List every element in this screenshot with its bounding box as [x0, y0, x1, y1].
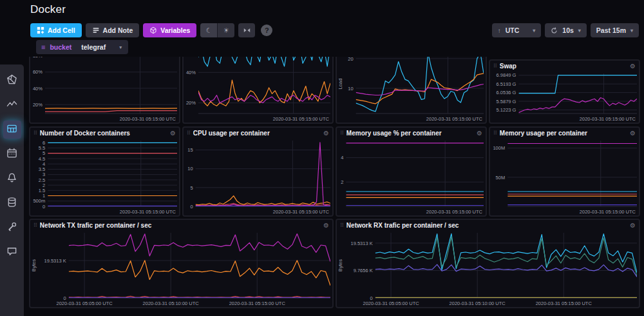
- panel-cut-percent-1: 20%40%60%80%2020-03-31 05:15:00 UTC: [29, 57, 180, 124]
- panel-header[interactable]: ⠿ Memory usage per container ⚙: [490, 128, 639, 138]
- gear-icon[interactable]: ⚙: [323, 130, 329, 137]
- drag-handle-icon: ≡: [41, 43, 45, 51]
- timezone-dropdown[interactable]: ↑ UTC ▾: [492, 23, 542, 37]
- svg-text:2020-03-31 05:15:00 UTC: 2020-03-31 05:15:00 UTC: [120, 116, 176, 122]
- svg-text:10: 10: [348, 86, 353, 92]
- chart-area[interactable]: 09.7656 K19.5313 KBytes2020-03-31 05:05:…: [337, 230, 639, 307]
- svg-text:0: 0: [43, 204, 45, 210]
- svg-text:Load: Load: [337, 79, 343, 90]
- svg-text:2: 2: [43, 183, 45, 188]
- add-cell-button[interactable]: Add Cell: [30, 23, 82, 37]
- svg-text:2020-03-31 05:05:00 UTC: 2020-03-31 05:05:00 UTC: [57, 301, 113, 306]
- panel-header[interactable]: ⠿ Memory usage % per container ⚙: [337, 128, 486, 138]
- help-label: ?: [265, 26, 269, 34]
- svg-text:5.1223 G: 5.1223 G: [497, 107, 516, 113]
- svg-text:60%: 60%: [33, 69, 43, 75]
- panel-header[interactable]: ⠿ Number of Docker containers ⚙: [30, 128, 179, 138]
- note-icon: [92, 26, 100, 34]
- panel-network-rx-traffic: ⠿ Network RX trafic per container / sec …: [336, 219, 640, 308]
- svg-text:100M: 100M: [493, 145, 505, 151]
- refresh-interval-dropdown[interactable]: 10s ▾: [545, 23, 587, 37]
- chart-area[interactable]: 5.1223 G5.5879 G6.0536 G6.5193 G6.9849 G…: [490, 71, 639, 123]
- panel-header[interactable]: ⠿ Network RX trafic per container / sec …: [337, 220, 639, 230]
- bell-icon: [6, 172, 17, 186]
- svg-text:2.5: 2.5: [39, 177, 45, 183]
- svg-text:19.5313 K: 19.5313 K: [350, 241, 372, 246]
- panel-cpu-usage-per-container: ⠿ CPU usage per container ⚙ 0510152020-0…: [182, 126, 334, 217]
- variables-button[interactable]: Variables: [143, 23, 196, 37]
- svg-text:5: 5: [43, 150, 45, 156]
- gear-icon[interactable]: ⚙: [477, 130, 482, 137]
- variable-dropdown-bucket[interactable]: ≡ bucket telegraf ▾: [36, 40, 128, 54]
- chevron-down-icon: ▾: [119, 44, 122, 50]
- dashboards-icon: [6, 123, 17, 137]
- drag-handle-icon[interactable]: ⠿: [33, 222, 37, 228]
- gear-icon[interactable]: ⚙: [170, 130, 176, 137]
- gear-icon[interactable]: ⚙: [630, 130, 636, 137]
- chevron-down-icon: ▾: [630, 28, 633, 34]
- svg-text:15: 15: [187, 147, 193, 153]
- chart-area[interactable]: 0500m11.522.533.544.555.562020-03-31 05:…: [30, 138, 179, 215]
- svg-text:1: 1: [43, 193, 45, 199]
- chart-area[interactable]: 20%40%60%80%2020-03-31 05:15:00 UTC: [30, 57, 179, 123]
- panel-title: Network TX trafic per container / sec: [40, 222, 321, 229]
- gear-icon[interactable]: ⚙: [630, 63, 636, 70]
- svg-text:19.5313 K: 19.5313 K: [44, 258, 66, 264]
- gear-icon[interactable]: ⚙: [630, 222, 636, 229]
- svg-text:0: 0: [190, 204, 193, 210]
- drag-handle-icon[interactable]: ⠿: [340, 130, 344, 136]
- svg-text:20: 20: [348, 57, 353, 62]
- svg-text:2020-03-31 05:15:00 UTC: 2020-03-31 05:15:00 UTC: [426, 116, 483, 122]
- svg-text:50M: 50M: [496, 175, 506, 181]
- svg-text:2020-03-31 05:15:00 UTC: 2020-03-31 05:15:00 UTC: [580, 209, 636, 215]
- panel-title: Memory usage per container: [500, 130, 627, 137]
- svg-text:5.5: 5.5: [39, 145, 45, 151]
- add-note-button[interactable]: Add Note: [86, 23, 140, 37]
- drag-handle-icon[interactable]: ⠿: [340, 222, 344, 228]
- svg-text:40%: 40%: [33, 86, 43, 92]
- wrench-icon: [6, 221, 17, 235]
- light-theme-button[interactable]: ☀: [218, 23, 234, 37]
- panel-title: CPU usage per container: [193, 130, 321, 137]
- page-title: Docker: [30, 3, 66, 16]
- svg-text:5.5879 G: 5.5879 G: [497, 99, 516, 104]
- svg-text:2020-03-31 05:15:00 UTC: 2020-03-31 05:15:00 UTC: [536, 301, 592, 306]
- sidebar-item-dashboards[interactable]: [3, 121, 21, 139]
- sidebar-item-load-data[interactable]: [3, 194, 21, 212]
- panel-header[interactable]: ⠿ CPU usage per container ⚙: [184, 128, 332, 138]
- chart-area[interactable]: 50M100M2020-03-31 05:15:00 UTC: [490, 138, 639, 215]
- presentation-icon: [243, 26, 251, 34]
- chart-area[interactable]: 019.5313 KBytes2020-03-31 05:05:00 UTC20…: [30, 230, 332, 307]
- drag-handle-icon[interactable]: ⠿: [493, 130, 497, 136]
- svg-text:2020-03-31 05:15:00 UTC: 2020-03-31 05:15:00 UTC: [229, 301, 286, 306]
- sidebar-item-feedback[interactable]: [3, 243, 21, 261]
- svg-text:3.5: 3.5: [39, 166, 45, 172]
- sidebar-item-settings[interactable]: [3, 219, 21, 237]
- presentation-mode-button[interactable]: [238, 23, 255, 37]
- panel-number-of-docker-containers: ⠿ Number of Docker containers ⚙ 0500m11.…: [29, 126, 180, 217]
- chart-area[interactable]: 0510152020-03-31 05:15:00 UTC: [184, 138, 332, 215]
- chat-icon: [6, 246, 17, 259]
- chart-area[interactable]: 20%40%2020-03-31 05:15:00 UTC: [184, 57, 332, 123]
- drag-handle-icon[interactable]: ⠿: [187, 130, 191, 136]
- chart-area[interactable]: 1020Load2020-03-31 05:15:00 UTC: [337, 57, 486, 123]
- help-button[interactable]: ?: [261, 25, 272, 36]
- sidebar-item-tasks[interactable]: [3, 145, 21, 163]
- panel-title: Number of Docker containers: [40, 130, 167, 137]
- drag-handle-icon[interactable]: ⠿: [493, 63, 497, 69]
- panel-header[interactable]: ⠿ Network TX trafic per container / sec …: [30, 220, 332, 230]
- svg-text:2020-03-31 05:15:00 UTC: 2020-03-31 05:15:00 UTC: [273, 209, 330, 215]
- gear-icon[interactable]: ⚙: [323, 222, 329, 229]
- svg-text:Bytes: Bytes: [337, 259, 343, 272]
- drag-handle-icon[interactable]: ⠿: [33, 130, 37, 136]
- time-range-dropdown[interactable]: Past 15m ▾: [591, 23, 639, 37]
- panel-title: Memory usage % per container: [346, 130, 474, 137]
- variable-label: bucket: [50, 43, 71, 51]
- sidebar-item-home[interactable]: [3, 72, 21, 90]
- chart-area[interactable]: 242020-03-31 05:15:00 UTC: [337, 138, 486, 215]
- panel-header[interactable]: ⠿ Swap ⚙: [490, 61, 639, 71]
- dark-theme-button[interactable]: ☾: [200, 23, 217, 37]
- sidebar-item-data-explorer[interactable]: [3, 96, 21, 114]
- svg-text:1.5: 1.5: [39, 188, 45, 193]
- sidebar-item-alerts[interactable]: [3, 170, 21, 188]
